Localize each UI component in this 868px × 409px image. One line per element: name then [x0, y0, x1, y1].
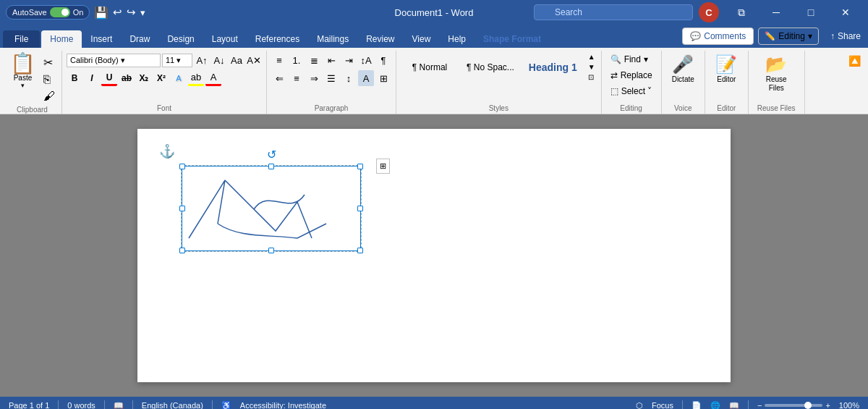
- chevron-down-icon: ▾: [808, 31, 812, 41]
- title-bar-left: AutoSave On 💾 ↩ ↪ ▾: [6, 5, 145, 20]
- align-right-button[interactable]: ⇒: [306, 70, 322, 86]
- drawing-box[interactable]: ⊞: [181, 165, 362, 252]
- shading-button[interactable]: A: [358, 70, 374, 86]
- read-mode-icon[interactable]: 📖: [729, 401, 739, 410]
- underline-button[interactable]: U: [101, 70, 117, 86]
- avatar[interactable]: C: [699, 2, 719, 22]
- font-label: Font: [67, 103, 262, 114]
- styles-more[interactable]: ⊡: [587, 72, 597, 82]
- cut-button[interactable]: ✂: [41, 55, 57, 70]
- save-icon[interactable]: 💾: [94, 6, 109, 20]
- sort-button[interactable]: ↕A: [358, 52, 374, 68]
- reuse-files-button[interactable]: 📂 ReuseFiles: [761, 52, 791, 96]
- change-case-button[interactable]: Aa: [229, 52, 244, 68]
- tab-mailings[interactable]: Mailings: [308, 30, 357, 48]
- editor-section: 📝 Editor Editor: [705, 51, 749, 114]
- search-input[interactable]: Search: [534, 4, 693, 20]
- editor-icon: 📝: [715, 55, 737, 74]
- line-spacing-button[interactable]: ↕: [341, 70, 357, 86]
- style-normal-item[interactable]: ¶ Normal: [401, 59, 459, 76]
- bullets-button[interactable]: ≡: [271, 52, 287, 68]
- accessibility-status[interactable]: Accessibility: Investigate: [240, 401, 326, 409]
- font-color-button[interactable]: A: [205, 70, 221, 86]
- zoom-percent[interactable]: 100%: [839, 401, 859, 409]
- restore-window-button[interactable]: ⧉: [725, 0, 758, 25]
- tab-home[interactable]: Home: [41, 30, 82, 48]
- layout-options-button[interactable]: ⊞: [376, 159, 390, 174]
- align-center-button[interactable]: ≡: [289, 70, 305, 86]
- tab-file[interactable]: File: [3, 30, 40, 48]
- decrease-indent-button[interactable]: ⇤: [323, 52, 339, 68]
- font-family-dropdown[interactable]: Calibri (Body) ▾: [67, 54, 161, 67]
- strikethrough-button[interactable]: ab: [119, 70, 135, 86]
- focus-label[interactable]: Focus: [652, 401, 673, 409]
- dictate-button[interactable]: 🎤 Dictate: [668, 52, 699, 86]
- autosave-toggle[interactable]: AutoSave On: [6, 5, 90, 20]
- find-button[interactable]: 🔍 Find ▾: [606, 52, 657, 67]
- multilevel-list-button[interactable]: ≣: [306, 52, 322, 68]
- italic-button[interactable]: I: [84, 70, 100, 86]
- zoom-in-icon[interactable]: +: [825, 401, 830, 409]
- subscript-button[interactable]: X₂: [136, 70, 152, 86]
- clear-formatting-button[interactable]: A✕: [246, 52, 262, 68]
- redo-icon[interactable]: ↪: [127, 6, 136, 19]
- tab-design[interactable]: Design: [158, 30, 203, 48]
- increase-font-button[interactable]: A↑: [194, 52, 210, 68]
- editor-button[interactable]: 📝 Editor: [711, 52, 741, 86]
- tab-insert[interactable]: Insert: [82, 30, 121, 48]
- text-effects-button[interactable]: A: [171, 70, 187, 86]
- autosave-switch[interactable]: [50, 7, 70, 17]
- zoom-out-icon[interactable]: −: [757, 401, 762, 409]
- minimize-button[interactable]: ─: [760, 0, 793, 25]
- editing-mode-button[interactable]: ✏️ Editing ▾: [758, 28, 819, 45]
- accessibility-icon: ♿: [221, 401, 231, 410]
- language[interactable]: English (Canada): [142, 401, 203, 409]
- styles-scroll-down[interactable]: ▼: [587, 62, 597, 72]
- justify-button[interactable]: ☰: [323, 70, 339, 86]
- tab-layout[interactable]: Layout: [203, 30, 247, 48]
- more-icon[interactable]: ▾: [140, 7, 145, 18]
- zoom-thumb[interactable]: [804, 402, 812, 409]
- borders-button[interactable]: ⊞: [375, 70, 391, 86]
- zoom-track[interactable]: [765, 404, 822, 407]
- tab-shape-format[interactable]: Shape Format: [475, 30, 550, 48]
- rotate-handle[interactable]: ↺: [267, 148, 276, 161]
- numbered-list-button[interactable]: 1.: [289, 52, 305, 68]
- decrease-font-button[interactable]: A↓: [211, 52, 227, 68]
- tab-help[interactable]: Help: [439, 30, 475, 48]
- page-info[interactable]: Page 1 of 1: [9, 401, 49, 409]
- word-count[interactable]: 0 words: [67, 401, 95, 409]
- align-left-button[interactable]: ⇐: [271, 70, 287, 86]
- bold-button[interactable]: B: [67, 70, 82, 86]
- replace-button[interactable]: ⇄ Replace: [606, 68, 657, 83]
- format-painter-button[interactable]: 🖌: [41, 88, 57, 104]
- paste-button[interactable]: 📋 Paste ▾: [7, 52, 38, 90]
- print-layout-icon[interactable]: 📄: [692, 401, 702, 410]
- maximize-button[interactable]: □: [794, 0, 827, 25]
- web-layout-icon[interactable]: 🌐: [710, 401, 720, 410]
- tab-view[interactable]: View: [404, 30, 440, 48]
- share-button[interactable]: ↑ Share: [823, 28, 868, 44]
- copy-button[interactable]: ⎘: [41, 72, 57, 87]
- tab-references[interactable]: References: [247, 30, 308, 48]
- anchor-icon: ⚓: [159, 143, 175, 159]
- styles-scroll-up[interactable]: ▲: [587, 52, 597, 62]
- increase-indent-button[interactable]: ⇥: [341, 52, 357, 68]
- close-button[interactable]: ✕: [829, 0, 862, 25]
- superscript-button[interactable]: X²: [153, 70, 169, 86]
- font-size-dropdown[interactable]: 11 ▾: [162, 54, 192, 67]
- style-heading1-item[interactable]: Heading 1: [522, 58, 584, 77]
- select-button[interactable]: ⬚ Select ˅: [606, 84, 657, 98]
- reuse-files-section: 📂 ReuseFiles Reuse Files: [749, 51, 805, 114]
- drawing-container[interactable]: ⚓ ↺: [181, 165, 362, 252]
- undo-icon[interactable]: ↩: [113, 6, 122, 19]
- highlight-color-button[interactable]: ab: [188, 70, 204, 86]
- style-nospace-item[interactable]: ¶ No Spac...: [460, 59, 521, 76]
- document-page: ⚓ ↺: [137, 129, 731, 382]
- zoom-slider[interactable]: − +: [757, 401, 830, 409]
- tab-review[interactable]: Review: [357, 30, 403, 48]
- comments-button[interactable]: 💬 Comments: [682, 28, 754, 45]
- tab-draw[interactable]: Draw: [121, 30, 158, 48]
- collapse-ribbon-button[interactable]: 🔼: [844, 54, 865, 68]
- show-marks-button[interactable]: ¶: [375, 52, 391, 68]
